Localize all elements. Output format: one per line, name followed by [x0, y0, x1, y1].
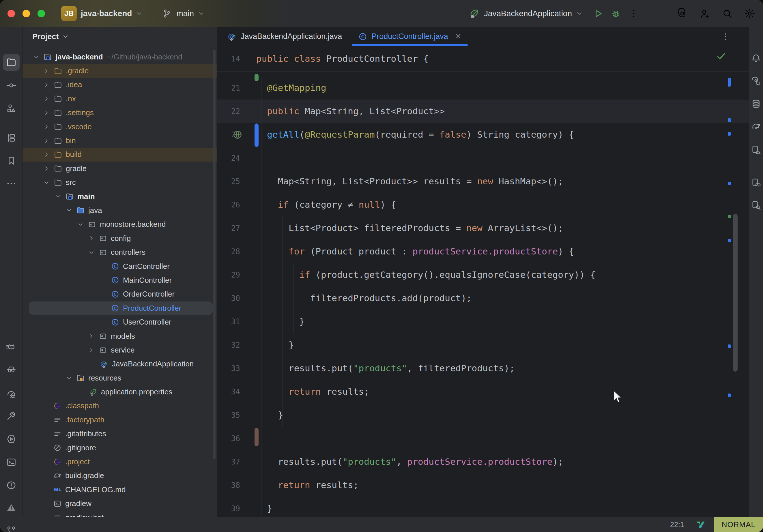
code-line-38[interactable]: 38 return results;	[217, 474, 749, 497]
code-line-32[interactable]: 32 }	[217, 333, 749, 357]
code-line-21[interactable]: 21 @GetMapping	[217, 76, 749, 100]
code-line-31[interactable]: 31 }	[217, 310, 749, 333]
chevron-right-icon[interactable]	[43, 152, 50, 158]
ai-assistant-button[interactable]	[675, 7, 689, 21]
code-line-37[interactable]: 37 results.put("products", productServic…	[217, 450, 749, 474]
caret-position[interactable]: 22:1	[670, 520, 684, 529]
tree-row-models[interactable]: models	[23, 329, 217, 343]
tree-row-gradle[interactable]: gradle	[23, 161, 217, 175]
code-line-35[interactable]: 35 }	[217, 403, 749, 427]
chevron-right-icon[interactable]	[43, 110, 50, 116]
project-panel-header[interactable]: Project	[23, 27, 217, 46]
chevron-down-icon[interactable]	[77, 222, 84, 227]
chevron-right-icon[interactable]	[43, 96, 50, 102]
code-line-27[interactable]: 27 List<Product> filteredProducts = new …	[217, 216, 749, 240]
tool-button-notifications[interactable]	[749, 52, 763, 65]
tree-row--gradle[interactable]: .gradle	[23, 64, 217, 78]
tool-button-device-explorer[interactable]	[749, 199, 763, 212]
project-tree-scrollbar[interactable]	[213, 50, 216, 459]
tool-button-device-mirror[interactable]	[749, 176, 763, 189]
close-window-button[interactable]	[8, 10, 15, 17]
chevron-down-icon[interactable]	[43, 180, 50, 185]
tool-button-commit[interactable]	[3, 77, 20, 94]
code-line-28[interactable]: 28 for (Product product : productService…	[217, 240, 749, 263]
code-line-24[interactable]: 24	[217, 146, 749, 170]
zoom-window-button[interactable]	[38, 10, 45, 17]
editor-options-kebab-icon[interactable]	[721, 32, 730, 41]
more-actions-button[interactable]	[627, 7, 641, 21]
code-line-25[interactable]: 25 Map<String, List<Product>> results = …	[217, 170, 749, 193]
sticky-code-line[interactable]: 14public class ProductController {	[217, 46, 749, 72]
tool-button-database[interactable]	[749, 97, 763, 111]
tree-row-gradlew-bat[interactable]: gradlew.bat	[23, 511, 217, 517]
tool-button-profiler[interactable]	[3, 386, 20, 402]
code-line-26[interactable]: 26 if (category ≠ null) {	[217, 193, 749, 216]
tree-row-build-gradle[interactable]: build.gradle	[23, 469, 217, 483]
chevron-right-icon[interactable]	[43, 138, 50, 144]
tab-productcontroller[interactable]: C ProductController.java ✕	[350, 27, 469, 46]
tool-button-terminal[interactable]	[3, 454, 20, 471]
chevron-down-icon[interactable]	[65, 207, 73, 213]
tool-button-problems[interactable]	[3, 477, 20, 494]
tool-button-services[interactable]	[3, 431, 20, 448]
tool-button-notifications-warning[interactable]	[3, 499, 20, 516]
tree-row--gitattributes[interactable]: .gitattributes	[23, 427, 217, 441]
rest-endpoint-globe-icon[interactable]	[232, 129, 243, 140]
code-line-36[interactable]: 36	[217, 427, 749, 450]
editor-scrollbar[interactable]	[733, 214, 738, 372]
tree-row-cartcontroller[interactable]: CCartController	[23, 260, 217, 273]
chevron-right-icon[interactable]	[88, 235, 95, 241]
editor-body[interactable]: 14public class ProductController { 21 @G…	[217, 46, 749, 517]
chevron-right-icon[interactable]	[88, 347, 95, 353]
run-configuration-widget[interactable]: JavaBackendApplication	[468, 8, 582, 19]
chevron-right-icon[interactable]	[43, 165, 50, 171]
chevron-right-icon[interactable]	[43, 124, 50, 130]
tree-row-ordercontroller[interactable]: COrderController	[23, 287, 217, 301]
tree-row-java[interactable]: java	[23, 203, 217, 217]
tree-row--nx[interactable]: .nx	[23, 92, 217, 106]
branch-widget[interactable]: main	[161, 8, 204, 19]
chevron-right-icon[interactable]	[43, 82, 50, 88]
tool-button-gradle[interactable]	[749, 120, 763, 133]
chevron-down-icon[interactable]	[54, 194, 62, 199]
tree-row--gitignore[interactable]: .gitignore	[23, 441, 217, 455]
tree-row--idea[interactable]: .idea	[23, 78, 217, 92]
tree-row-changelog-md[interactable]: MCHANGELOG.md	[23, 483, 217, 496]
tree-row-maincontroller[interactable]: CMainController	[23, 273, 217, 287]
search-everywhere-button[interactable]	[720, 7, 734, 21]
code-line-30[interactable]: 30 filteredProducts.add(product);	[217, 286, 749, 310]
tree-row-bin[interactable]: bin	[23, 134, 217, 148]
close-tab-icon[interactable]: ✕	[455, 32, 462, 41]
tree-row--settings[interactable]: .settings	[23, 106, 217, 120]
tree-row-build[interactable]: build	[23, 148, 217, 161]
chevron-down-icon[interactable]	[88, 250, 95, 255]
tool-button-tool-windows[interactable]	[3, 130, 20, 146]
tree-row--factorypath[interactable]: .factorypath	[23, 413, 217, 427]
chevron-right-icon[interactable]	[88, 333, 95, 339]
ideavim-icon[interactable]	[696, 520, 706, 530]
code-line-23[interactable]: 23 getAll(@RequestParam(required = false…	[217, 123, 749, 146]
tree-row-service[interactable]: service	[23, 343, 217, 357]
debug-button[interactable]	[609, 7, 623, 21]
inspections-ok-check-icon[interactable]	[716, 51, 727, 62]
vcs-change-marker-modified[interactable]	[255, 124, 259, 147]
vcs-change-marker-added[interactable]	[255, 74, 259, 81]
tree-row-main[interactable]: main	[23, 189, 217, 203]
tree-row-monostore-backend[interactable]: monostore.backend	[23, 218, 217, 231]
code-with-me-button[interactable]	[698, 7, 711, 21]
tool-button-build[interactable]	[3, 408, 20, 424]
tree-row--classpath[interactable]: .classpath	[23, 399, 217, 413]
code-line-29[interactable]: 29 if (product.getCategory().equalsIgnor…	[217, 263, 749, 286]
vcs-change-marker-whitespace[interactable]	[255, 428, 259, 446]
code-line-22[interactable]: 22 public Map<String, List<Product>>	[217, 100, 749, 123]
tree-row-resources[interactable]: resources	[23, 371, 217, 385]
code-line-34[interactable]: 34 return results;	[217, 380, 749, 403]
project-widget[interactable]: JB java-backend	[61, 6, 142, 21]
tab-javabackendapplication[interactable]: JavaBackendApplication.java	[219, 27, 350, 46]
code-line-33[interactable]: 33 results.put("products", filteredProdu…	[217, 357, 749, 380]
tool-button-running-devices[interactable]	[749, 144, 763, 157]
tool-button-bookmarks[interactable]	[3, 152, 20, 169]
tree-row-controllers[interactable]: controllers	[23, 245, 217, 259]
settings-button[interactable]	[743, 7, 757, 21]
tree-row-javabackendapplication[interactable]: JavaBackendApplication	[23, 357, 217, 371]
